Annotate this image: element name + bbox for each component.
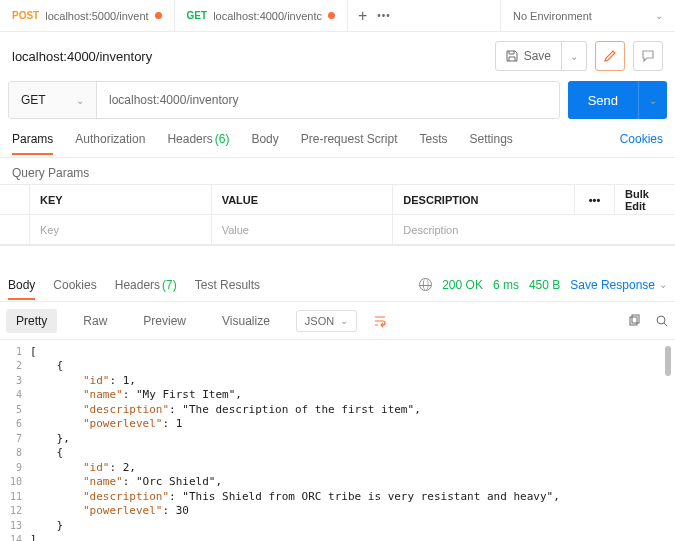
- key-header: KEY: [30, 185, 212, 215]
- response-tabs: Body Cookies Headers(7) Test Results 200…: [0, 268, 675, 302]
- key-input[interactable]: Key: [30, 215, 212, 245]
- code-line: 5 "description": "The description of the…: [0, 402, 675, 417]
- save-label: Save: [524, 49, 551, 63]
- send-button-group: Send ⌄: [568, 81, 667, 119]
- http-method-label: POST: [12, 10, 39, 21]
- chevron-down-icon: ⌄: [659, 279, 667, 290]
- url-input[interactable]: localhost:4000/inventory: [97, 82, 559, 118]
- params-table: KEY VALUE DESCRIPTION ••• Bulk Edit Key …: [0, 184, 675, 246]
- tab-tests[interactable]: Tests: [419, 132, 447, 146]
- value-input[interactable]: Value: [212, 215, 394, 245]
- tab-get[interactable]: GET localhost:4000/inventc: [175, 0, 348, 31]
- comment-icon: [641, 49, 655, 63]
- line-number: 8: [0, 447, 30, 458]
- resp-tab-cookies[interactable]: Cookies: [53, 278, 96, 292]
- response-time: 6 ms: [493, 278, 519, 292]
- resp-tab-body[interactable]: Body: [8, 278, 35, 292]
- copy-icon[interactable]: [627, 314, 641, 328]
- method-select[interactable]: GET ⌄: [9, 82, 97, 118]
- chevron-down-icon: ⌄: [340, 315, 348, 326]
- table-header-row: KEY VALUE DESCRIPTION ••• Bulk Edit: [0, 185, 675, 215]
- environment-label: No Environment: [513, 10, 592, 22]
- environment-select[interactable]: No Environment ⌄: [500, 0, 675, 31]
- save-response-button[interactable]: Save Response⌄: [570, 278, 667, 292]
- new-tab-button[interactable]: +: [358, 8, 367, 24]
- line-number: 11: [0, 491, 30, 502]
- title-actions: Save ⌄: [495, 41, 663, 71]
- save-dropdown-button[interactable]: ⌄: [561, 42, 586, 70]
- tab-params[interactable]: Params: [12, 132, 53, 146]
- save-button[interactable]: Save: [496, 42, 561, 70]
- code-content: "id": 2,: [30, 461, 136, 474]
- bulk-edit-button[interactable]: Bulk Edit: [615, 185, 675, 215]
- code-content: ]: [30, 533, 37, 541]
- code-line: 9 "id": 2,: [0, 460, 675, 475]
- code-line: 13 }: [0, 518, 675, 533]
- search-icon[interactable]: [655, 314, 669, 328]
- line-number: 4: [0, 389, 30, 400]
- line-number: 5: [0, 404, 30, 415]
- query-params-label: Query Params: [0, 158, 675, 184]
- comment-button[interactable]: [633, 41, 663, 71]
- tab-label: localhost:4000/inventc: [213, 10, 322, 22]
- preview-button[interactable]: Preview: [133, 309, 196, 333]
- value-header: VALUE: [212, 185, 394, 215]
- scrollbar-thumb[interactable]: [665, 346, 671, 376]
- checkbox-header: [0, 185, 30, 215]
- tab-body[interactable]: Body: [251, 132, 278, 146]
- line-number: 12: [0, 505, 30, 516]
- format-select[interactable]: JSON⌄: [296, 310, 357, 332]
- response-body[interactable]: 1[2 {3 "id": 1,4 "name": "My First Item"…: [0, 340, 675, 541]
- code-line: 14]: [0, 533, 675, 542]
- resp-tab-test[interactable]: Test Results: [195, 278, 260, 292]
- request-title: localhost:4000/inventory: [12, 49, 152, 64]
- code-line: 6 "powerlevel": 1: [0, 417, 675, 432]
- svg-rect-0: [630, 317, 637, 325]
- table-row: Key Value Description: [0, 215, 675, 245]
- code-line: 7 },: [0, 431, 675, 446]
- pretty-button[interactable]: Pretty: [6, 309, 57, 333]
- code-content: {: [30, 359, 63, 372]
- tab-authorization[interactable]: Authorization: [75, 132, 145, 146]
- url-row: GET ⌄ localhost:4000/inventory Send ⌄: [0, 80, 675, 120]
- tab-post[interactable]: POST localhost:5000/invent: [0, 0, 175, 31]
- more-options-button[interactable]: •••: [575, 185, 615, 215]
- save-button-group: Save ⌄: [495, 41, 587, 71]
- resp-tab-headers[interactable]: Headers(7): [115, 278, 177, 292]
- chevron-down-icon: ⌄: [649, 95, 657, 106]
- cookies-link[interactable]: Cookies: [620, 132, 663, 146]
- code-content: },: [30, 432, 70, 445]
- network-icon[interactable]: [419, 278, 432, 291]
- svg-rect-1: [632, 315, 639, 323]
- send-button[interactable]: Send: [568, 81, 638, 119]
- method-value: GET: [21, 93, 46, 107]
- line-number: 3: [0, 375, 30, 386]
- line-number: 2: [0, 360, 30, 371]
- line-number: 10: [0, 476, 30, 487]
- code-content: "id": 1,: [30, 374, 136, 387]
- code-line: 11 "description": "This Shield from ORC …: [0, 489, 675, 504]
- code-content: "powerlevel": 1: [30, 417, 182, 430]
- edit-button[interactable]: [595, 41, 625, 71]
- unsaved-dot-icon: [155, 12, 162, 19]
- code-line: 2 {: [0, 359, 675, 374]
- tab-headers[interactable]: Headers(6): [167, 132, 229, 146]
- tab-settings[interactable]: Settings: [470, 132, 513, 146]
- send-dropdown-button[interactable]: ⌄: [638, 81, 667, 119]
- code-content: "name": "My First Item",: [30, 388, 242, 401]
- code-line: 8 {: [0, 446, 675, 461]
- description-input[interactable]: Description: [393, 215, 675, 245]
- pencil-icon: [603, 49, 617, 63]
- line-number: 13: [0, 520, 30, 531]
- tab-prerequest[interactable]: Pre-request Script: [301, 132, 398, 146]
- checkbox-cell[interactable]: [0, 215, 30, 245]
- tab-overflow-button[interactable]: •••: [377, 10, 391, 21]
- wrap-icon[interactable]: [373, 314, 387, 328]
- code-content: "powerlevel": 30: [30, 504, 189, 517]
- tabs-bar: POST localhost:5000/invent GET localhost…: [0, 0, 675, 32]
- visualize-button[interactable]: Visualize: [212, 309, 280, 333]
- raw-button[interactable]: Raw: [73, 309, 117, 333]
- view-mode-row: Pretty Raw Preview Visualize JSON⌄: [0, 302, 675, 340]
- chevron-down-icon: ⌄: [655, 10, 663, 21]
- chevron-down-icon: ⌄: [76, 95, 84, 106]
